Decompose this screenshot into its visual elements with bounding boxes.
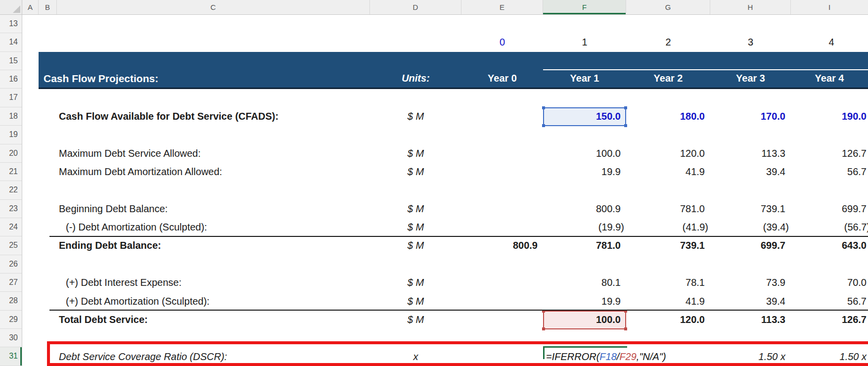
column-header-F-selected[interactable]: F [543, 0, 626, 14]
cell-H29[interactable]: 113.3 [710, 311, 791, 329]
dscr-annotation-box [47, 341, 868, 366]
row-units[interactable]: $ M [370, 274, 461, 292]
max-debt-amort-label[interactable]: Maximum Debt Amortization Allowed: [59, 163, 222, 181]
row-units[interactable]: $ M [370, 200, 461, 218]
cell-E14-period[interactable]: 0 [461, 33, 543, 51]
cell-H23[interactable]: 739.1 [710, 200, 791, 218]
column-header-C[interactable]: C [57, 0, 370, 14]
row-header-18[interactable]: 18 [0, 107, 22, 126]
row-header-17[interactable]: 17 [0, 89, 22, 107]
column-header-B[interactable]: B [39, 0, 57, 14]
cell-G21[interactable]: 41.9 [626, 163, 710, 181]
debt-interest-expense-label[interactable]: (+) Debt Interest Expense: [66, 274, 182, 292]
cell-G29[interactable]: 120.0 [626, 311, 710, 329]
sheet-grid[interactable]: Cash Flow Projections: Units: Year 0 Yea… [22, 15, 868, 366]
sheet-row-23: Beginning Debt Balance: $ M 800.9 781.0 … [22, 200, 868, 218]
row-units[interactable]: $ M [370, 292, 461, 311]
cell-F28[interactable]: 19.9 [543, 292, 626, 311]
cfads-label[interactable]: Cash Flow Available for Debt Service (CF… [59, 107, 278, 126]
cell-I21[interactable]: 56.7 [791, 163, 868, 181]
select-all-corner[interactable] [0, 0, 22, 15]
cell-F18[interactable]: 150.0 [543, 107, 626, 126]
section-title: Cash Flow Projections: [44, 69, 158, 88]
cell-F20[interactable]: 100.0 [543, 144, 626, 163]
cell-H28[interactable]: 39.4 [710, 292, 791, 311]
cell-G27[interactable]: 78.1 [626, 274, 710, 292]
row-header-25[interactable]: 25 [0, 236, 22, 255]
row-header-15[interactable]: 15 [0, 52, 22, 70]
cell-H14-period[interactable]: 3 [710, 33, 791, 51]
cell-F27[interactable]: 80.1 [543, 274, 626, 292]
row-header-24[interactable]: 24 [0, 218, 22, 236]
row-units[interactable]: $ M [370, 218, 461, 236]
row-header-26[interactable]: 26 [0, 255, 22, 274]
cell-I24[interactable]: (56.7) [791, 218, 868, 236]
total-debt-service-label[interactable]: Total Debt Service: [59, 311, 148, 329]
row-header-22[interactable]: 22 [0, 181, 22, 199]
cell-I28[interactable]: 56.7 [791, 292, 868, 311]
column-header-G[interactable]: G [626, 0, 710, 14]
debt-amortization-add-label[interactable]: (+) Debt Amortization (Sculpted): [66, 292, 210, 311]
cell-G23[interactable]: 781.0 [626, 200, 710, 218]
row-header-14[interactable]: 14 [0, 33, 22, 51]
column-header-A[interactable]: A [22, 0, 39, 14]
row-header-19[interactable]: 19 [0, 126, 22, 144]
cell-I23[interactable]: 699.7 [791, 200, 868, 218]
cell-I14-period[interactable]: 4 [791, 33, 868, 51]
cell-I29[interactable]: 126.7 [791, 311, 868, 329]
row-units[interactable]: $ M [370, 236, 461, 255]
row-header-16[interactable]: 16 [0, 70, 22, 89]
sheet-row-20: Maximum Debt Service Allowed: $ M 100.0 … [22, 144, 868, 163]
cell-G28[interactable]: 41.9 [626, 292, 710, 311]
section-header-band: Cash Flow Projections: Units: Year 0 Yea… [39, 52, 868, 89]
sheet-row-14: 0 1 2 3 4 [22, 33, 868, 51]
cell-F21[interactable]: 19.9 [543, 163, 626, 181]
column-header-I[interactable]: I [791, 0, 868, 14]
sheet-row-29: Total Debt Service: $ M 100.0 120.0 113.… [22, 311, 868, 329]
row-units[interactable]: $ M [370, 144, 461, 163]
cell-G14-period[interactable]: 2 [626, 33, 710, 51]
debt-amortization-label[interactable]: (-) Debt Amortization (Sculpted): [66, 218, 207, 236]
cell-I20[interactable]: 126.7 [791, 144, 868, 163]
cfads-units[interactable]: $ M [370, 107, 461, 126]
row-header-31-active[interactable]: 31 [0, 347, 22, 366]
ending-debt-balance-label[interactable]: Ending Debt Balance: [59, 236, 161, 255]
max-debt-service-label[interactable]: Maximum Debt Service Allowed: [59, 144, 201, 163]
edit-cell-border-left [543, 346, 545, 359]
cell-F24[interactable]: (19.9) [543, 218, 626, 236]
cell-E25[interactable]: 800.9 [461, 236, 543, 255]
cell-F29[interactable]: 100.0 [543, 311, 626, 329]
beginning-debt-balance-label[interactable]: Beginning Debt Balance: [59, 200, 168, 218]
column-header-E[interactable]: E [461, 0, 543, 14]
row-header-29[interactable]: 29 [0, 311, 22, 329]
cell-H21[interactable]: 39.4 [710, 163, 791, 181]
cell-I18[interactable]: 190.0 [791, 107, 868, 126]
year-header-4: Year 4 [791, 69, 868, 88]
cell-I25[interactable]: 643.0 [791, 236, 868, 255]
cell-F25[interactable]: 781.0 [543, 236, 626, 255]
cell-F23[interactable]: 800.9 [543, 200, 626, 218]
row-header-27[interactable]: 27 [0, 274, 22, 292]
excel-spreadsheet: A B C D E F G H I 13 14 15 16 17 18 19 2… [0, 0, 868, 366]
row-header-28[interactable]: 28 [0, 292, 22, 310]
cell-I27[interactable]: 70.0 [791, 274, 868, 292]
row-header-13[interactable]: 13 [0, 15, 22, 33]
cell-H25[interactable]: 699.7 [710, 236, 791, 255]
row-units[interactable]: $ M [370, 163, 461, 181]
cell-G18[interactable]: 180.0 [626, 107, 710, 126]
row-header-30[interactable]: 30 [0, 329, 22, 347]
column-header-H[interactable]: H [710, 0, 791, 14]
cell-G25[interactable]: 739.1 [626, 236, 710, 255]
column-header-D[interactable]: D [370, 0, 461, 14]
row-header-20[interactable]: 20 [0, 144, 22, 163]
row-header-23[interactable]: 23 [0, 200, 22, 218]
cell-F14-period[interactable]: 1 [543, 33, 626, 51]
cell-H20[interactable]: 113.3 [710, 144, 791, 163]
row-header-21[interactable]: 21 [0, 163, 22, 181]
cell-G24[interactable]: (41.9) [626, 218, 710, 236]
cell-H18[interactable]: 170.0 [710, 107, 791, 126]
cell-H27[interactable]: 73.9 [710, 274, 791, 292]
row-units[interactable]: $ M [370, 311, 461, 329]
cell-H24[interactable]: (39.4) [710, 218, 791, 236]
cell-G20[interactable]: 120.0 [626, 144, 710, 163]
